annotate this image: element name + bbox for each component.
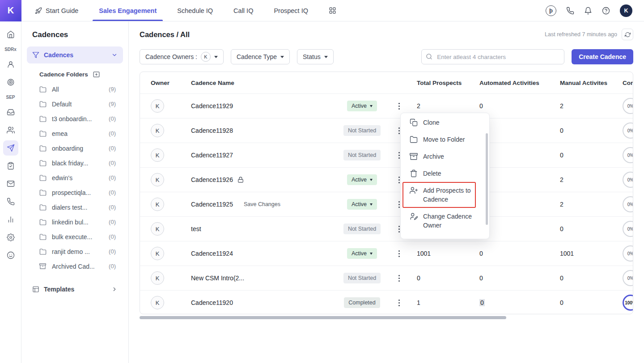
status-badge[interactable]: Active — [347, 101, 377, 111]
row-menu-button[interactable] — [395, 272, 403, 284]
prospects-icon[interactable] — [3, 57, 18, 72]
context-menu-item[interactable]: Change Cadence Owner — [401, 208, 489, 234]
folder-count: (0) — [109, 130, 116, 137]
save-changes-label: Save Changes — [244, 201, 280, 207]
context-menu-item[interactable]: Make Cadence — [401, 234, 489, 239]
cadence-owners-filter[interactable]: Cadence Owners : K — [140, 49, 224, 64]
cadence-name-link[interactable]: Cadence11926 — [191, 176, 233, 183]
context-menu-item[interactable]: Clone — [401, 114, 489, 131]
user-avatar[interactable]: K — [620, 4, 632, 17]
row-menu-button[interactable] — [395, 248, 403, 259]
horizontal-scrollbar[interactable] — [140, 316, 506, 319]
cadence-name-link[interactable]: New CSM Intro(2... — [191, 274, 244, 282]
total-prospects-value: 2 — [408, 102, 470, 110]
row-menu-button[interactable] — [395, 297, 403, 308]
manual-activities-value: 2 — [551, 176, 614, 183]
nav-call-iq[interactable]: Call IQ — [233, 0, 253, 21]
cadence-name-link[interactable]: Cadence11929 — [191, 102, 233, 110]
col-automated-activities: Automated Activities — [470, 80, 551, 86]
nav-schedule-iq[interactable]: Schedule IQ — [177, 0, 213, 21]
context-menu-item-label: Archive — [423, 152, 444, 161]
reports-icon[interactable] — [3, 212, 18, 227]
cadences-send-icon[interactable] — [3, 140, 18, 156]
filter-label: Cadence Owners : — [145, 53, 197, 60]
refresh-button[interactable] — [622, 29, 633, 40]
home-icon[interactable] — [3, 27, 18, 42]
add-folder-icon[interactable] — [93, 71, 100, 78]
help-icon[interactable] — [602, 7, 610, 15]
sidebar-folder-item[interactable]: edwin's (0) — [21, 170, 128, 185]
folder-list: All (9) Default (9) t3 onboardin... (0) … — [21, 82, 128, 274]
status-badge[interactable]: Not Started — [343, 125, 381, 136]
status-badge[interactable]: Not Started — [343, 150, 381, 160]
row-context-menu: Clone Move to Folder Archive Delete Add … — [400, 113, 490, 239]
context-menu-scrollbar[interactable] — [486, 133, 488, 225]
sidebar-folder-item[interactable]: t3 onboardin... (0) — [21, 111, 128, 126]
status-label: Not Started — [348, 152, 376, 158]
automated-activities-value: 0 — [470, 274, 551, 282]
nav-prospect-iq[interactable]: Prospect IQ — [274, 0, 308, 21]
status-filter[interactable]: Status — [297, 49, 334, 64]
dialer-icon[interactable] — [3, 194, 18, 209]
sidebar-folder-item[interactable]: Archived Cad... (0) — [21, 259, 128, 274]
folder-name: emea — [52, 130, 68, 137]
settings-icon[interactable] — [3, 230, 18, 245]
cadence-name-link[interactable]: Cadence11928 — [191, 127, 233, 134]
nav-label: Schedule IQ — [177, 7, 213, 14]
nav-label: Prospect IQ — [274, 7, 308, 14]
support-icon[interactable] — [3, 248, 18, 263]
sidebar-folder-item[interactable]: linkedin bul... (0) — [21, 215, 128, 229]
col-total-prospects: Total Prospects — [408, 80, 470, 86]
owner-avatar: K — [151, 271, 164, 285]
sidebar-folder-item[interactable]: prospectiqla... (0) — [21, 185, 128, 200]
sidebar-folder-item[interactable]: bulk execute... (0) — [21, 229, 128, 244]
search-input[interactable] — [421, 49, 564, 64]
status-badge[interactable]: Not Started — [343, 224, 381, 234]
phone-icon[interactable] — [566, 7, 574, 15]
folder-count: (0) — [109, 115, 116, 122]
status-badge[interactable]: Active — [347, 174, 377, 185]
bell-icon[interactable] — [584, 7, 592, 15]
sidebar-item-templates[interactable]: Templates — [27, 281, 123, 298]
cadence-type-filter[interactable]: Cadence Type — [231, 49, 290, 64]
status-label: Active — [352, 250, 367, 257]
klenty-logo[interactable]: K — [0, 0, 21, 21]
context-menu-item[interactable]: Delete — [401, 165, 489, 182]
folder-name: ranjit demo ... — [52, 248, 90, 255]
folder-icon — [410, 135, 418, 144]
folder-icon — [39, 145, 47, 152]
folder-icon — [39, 219, 47, 226]
row-menu-button[interactable] — [395, 100, 403, 112]
target-icon[interactable] — [3, 75, 18, 90]
tasks-icon[interactable] — [3, 158, 18, 173]
create-cadence-button[interactable]: Create Cadence — [572, 49, 633, 64]
sidebar-folder-item[interactable]: ranjit demo ... (0) — [21, 244, 128, 259]
nav-sales-engagement[interactable]: Sales Engagement — [99, 0, 157, 21]
cadence-name-link[interactable]: Cadence11920 — [191, 299, 233, 306]
status-badge[interactable]: Completed — [344, 297, 380, 308]
sidebar-folder-item[interactable]: Default (9) — [21, 97, 128, 111]
people-icon[interactable] — [3, 122, 18, 138]
cadence-name-link[interactable]: Cadence11925 — [191, 201, 233, 208]
context-menu-item[interactable]: Move to Folder — [401, 131, 489, 148]
cadence-name-link[interactable]: Cadence11927 — [191, 152, 233, 159]
circle-p-icon[interactable]: þ — [546, 5, 556, 16]
context-menu-item[interactable]: Archive — [401, 148, 489, 165]
sidebar-folder-item[interactable]: emea (0) — [21, 126, 128, 141]
apps-grid-icon[interactable] — [329, 0, 336, 21]
inbox-icon[interactable] — [3, 105, 18, 120]
sidebar-folder-item[interactable]: All (9) — [21, 82, 128, 97]
cadence-name-link[interactable]: test — [191, 225, 201, 232]
status-badge[interactable]: Active — [347, 248, 377, 259]
email-icon[interactable] — [3, 176, 18, 191]
cadence-name-link[interactable]: Cadence11924 — [191, 250, 233, 257]
status-badge[interactable]: Active — [347, 199, 377, 210]
sidebar-item-cadences[interactable]: Cadences — [27, 46, 123, 63]
sidebar-folder-item[interactable]: black friday... (0) — [21, 156, 128, 170]
nav-start-guide[interactable]: Start Guide — [35, 0, 78, 21]
sidebar-folder-item[interactable]: dialers test... (0) — [21, 200, 128, 215]
owner-avatar: K — [151, 99, 164, 113]
sidebar-folder-item[interactable]: onboarding (0) — [21, 141, 128, 156]
status-badge[interactable]: Not Started — [343, 273, 381, 283]
context-menu-item[interactable]: Add Prospects to Cadence — [402, 182, 476, 208]
